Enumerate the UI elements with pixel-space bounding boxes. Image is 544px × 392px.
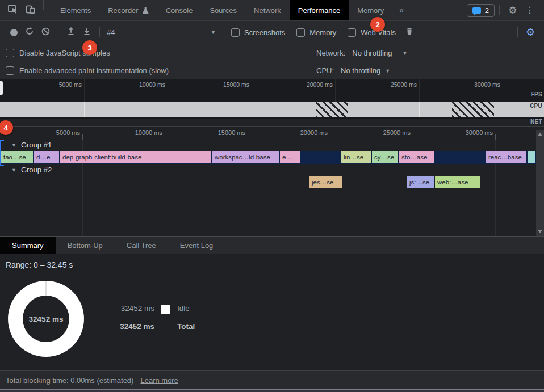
flame-bar[interactable]: lin…se	[341, 151, 371, 163]
performance-toolbar: #4 ▼ ScreenshotsMemoryWeb Vitals ⚙	[0, 20, 544, 44]
legend-value: 32452 ms	[83, 322, 154, 331]
flame-bar[interactable]: d…e	[34, 151, 59, 163]
devtools-performance-panel: ElementsRecorderConsoleSourcesNetworkPer…	[0, 0, 544, 392]
status-bar: Total blocking time: 0.00ms (estimated) …	[0, 370, 544, 389]
device-toolbar-button[interactable]	[22, 0, 39, 20]
cpu-throttle-value: No throttling	[341, 66, 380, 75]
flame-bar[interactable]: e…	[280, 151, 300, 163]
overview-gridline	[168, 79, 168, 102]
reload-and-record-button[interactable]	[22, 24, 37, 40]
load-profile-button[interactable]	[63, 24, 79, 40]
reload-icon	[24, 26, 35, 39]
cpu-activity-band	[0, 102, 544, 117]
cpu-unattributed-hatch	[452, 102, 494, 117]
inspect-element-button[interactable]	[5, 0, 22, 20]
cpu-band-gridline	[168, 102, 168, 117]
learn-more-link[interactable]: Learn more	[140, 376, 178, 385]
tab-memory[interactable]: Memory	[349, 0, 392, 20]
flask-icon	[143, 7, 149, 14]
overview-tick-label: 15000 ms	[199, 81, 249, 88]
capture-settings-button[interactable]: ⚙	[522, 24, 538, 40]
recording-select-value: #4	[107, 28, 115, 37]
group1-label: Group #1	[21, 141, 52, 149]
flame-bar[interactable]: jes…se	[309, 176, 342, 188]
cpu-throttle-control[interactable]: CPU: No throttling ▼	[316, 62, 390, 79]
tab-recorder[interactable]: Recorder	[99, 0, 157, 20]
flame-bar[interactable]: js:…se	[407, 176, 434, 188]
tab-bar-right-controls: 2 ⚙ ⋮	[467, 0, 544, 20]
delete-recording-button[interactable]	[401, 24, 417, 40]
fps-track-label: FPS	[531, 91, 542, 98]
collapse-triangle-icon: ▼	[11, 142, 16, 148]
drawer-tab-strip: SummaryBottom-UpCall TreeEvent Log	[0, 236, 544, 254]
tab-network[interactable]: Network	[245, 0, 290, 20]
flame-bar[interactable]: reac…base	[486, 151, 526, 163]
clear-recording-button[interactable]	[37, 24, 53, 40]
tab-label: Console	[166, 6, 193, 15]
top-tab-strip: ElementsRecorderConsoleSourcesNetworkPer…	[52, 0, 392, 20]
tab-label: Performance	[298, 6, 340, 15]
checkbox-screenshots[interactable]: Screenshots	[231, 28, 285, 37]
total-blocking-time-text: Total blocking time: 0.00ms (estimated)	[6, 376, 133, 385]
cpu-unattributed-hatch	[316, 102, 348, 117]
checkbox	[6, 66, 14, 75]
record-button[interactable]	[6, 24, 22, 40]
scroll-up-icon[interactable]	[538, 133, 542, 136]
issues-chat-button[interactable]: 2	[467, 4, 495, 17]
flame-bar[interactable]: sto…ase	[399, 151, 434, 163]
flame-bar[interactable]: dep-graph-client:build-base	[60, 151, 211, 163]
flame-bar[interactable]: web:…ase	[435, 176, 480, 188]
ruler-tick-label: 25000 ms	[361, 129, 411, 136]
capture-checkbox-group: ScreenshotsMemoryWeb Vitals	[231, 28, 396, 37]
ruler-tick-label: 10000 ms	[112, 129, 162, 136]
legend-swatch	[161, 305, 170, 314]
drawer-tab-summary[interactable]: Summary	[0, 237, 56, 254]
flame-chart-scrollbar[interactable]	[536, 130, 544, 236]
net-track	[0, 118, 544, 127]
tab-performance[interactable]: Performance	[290, 0, 349, 20]
group2-header[interactable]: ▼ Group #2	[11, 166, 52, 174]
overview-tick-label: 5000 ms	[32, 81, 82, 88]
flame-bar[interactable]: workspac…ld-base	[212, 151, 279, 163]
overview-gridline	[503, 79, 503, 102]
checkbox-memory[interactable]: Memory	[296, 28, 336, 37]
tab-label: Memory	[357, 6, 384, 15]
disable-js-samples-row[interactable]: Disable JavaScript samples	[0, 44, 544, 62]
gear-icon: ⚙	[526, 27, 535, 37]
drawer-tab-call-tree[interactable]: Call Tree	[115, 237, 168, 254]
drawer-tab-event-log[interactable]: Event Log	[168, 237, 225, 254]
drawer-tab-bottom-up[interactable]: Bottom-Up	[56, 237, 115, 254]
cpu-track-label: CPU	[530, 103, 542, 109]
flame-bar[interactable]: tao…se	[1, 151, 33, 163]
ruler-tick	[165, 134, 165, 140]
flame-bar[interactable]	[528, 151, 535, 163]
timeline-overview[interactable]: FPS CPU NET 5000 ms10000 ms15000 ms20000…	[0, 79, 544, 126]
cpu-band-gridline	[252, 102, 252, 117]
recording-select[interactable]: #4 ▼	[107, 28, 216, 37]
ruler-tick	[413, 134, 413, 140]
scroll-down-icon[interactable]	[538, 230, 542, 233]
legend-value: 32452 ms	[83, 304, 154, 313]
group1-header[interactable]: ▼ Group #1	[11, 141, 52, 149]
flame-chart[interactable]: ▼ Group #1 ▼ Group #2 5000 ms10000 ms150…	[0, 126, 544, 236]
paint-instrumentation-row[interactable]: Enable advanced paint instrumentation (s…	[0, 62, 544, 79]
tab-label: Elements	[60, 6, 91, 15]
overview-gridline	[335, 79, 336, 102]
settings-button[interactable]: ⚙	[504, 6, 521, 15]
ruler-tick	[330, 134, 330, 140]
ruler-tick-label: 15000 ms	[195, 129, 245, 136]
more-tabs-button[interactable]: »	[392, 0, 411, 20]
menu-button[interactable]: ⋮	[521, 6, 538, 15]
flame-bar[interactable]: cy…se	[372, 151, 398, 163]
tab-elements[interactable]: Elements	[52, 0, 99, 20]
block-icon	[41, 27, 51, 39]
save-profile-button[interactable]	[79, 24, 95, 40]
network-throttle-control[interactable]: Network: No throttling ▼	[316, 44, 407, 62]
checkbox	[348, 28, 356, 37]
tab-sources[interactable]: Sources	[201, 0, 245, 20]
paint-instrumentation-label: Enable advanced paint instrumentation (s…	[19, 66, 169, 75]
net-track-label: NET	[530, 119, 542, 125]
overview-left-handle[interactable]	[0, 81, 3, 95]
chat-bubble-icon	[472, 7, 481, 14]
tab-console[interactable]: Console	[157, 0, 202, 20]
